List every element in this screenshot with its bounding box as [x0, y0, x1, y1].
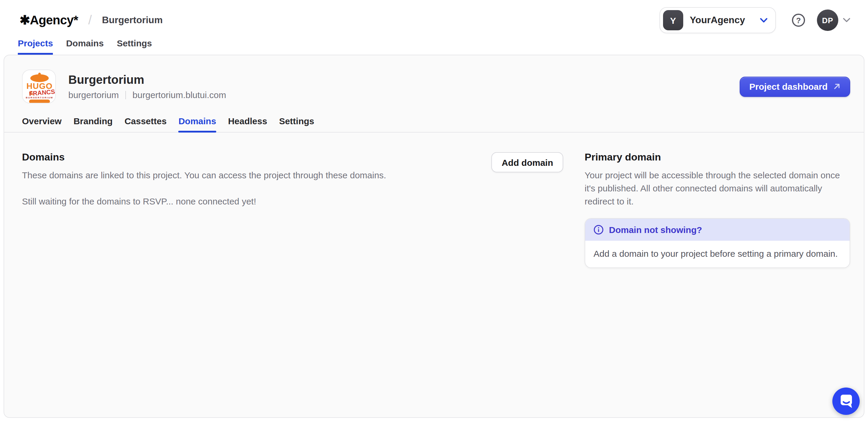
project-tabs: Overview Branding Cassettes Domains Head… — [4, 116, 864, 132]
chevron-down-icon — [760, 18, 768, 23]
help-button[interactable]: ? — [792, 14, 805, 27]
domains-description: These domains are linked to this project… — [22, 169, 420, 182]
project-slug: burgertorium — [68, 90, 119, 100]
project-meta: Burgertorium burgertorium burgertorium.b… — [68, 73, 226, 100]
external-link-icon — [833, 83, 841, 90]
primary-domain-title: Primary domain — [585, 152, 850, 163]
question-mark-icon: ? — [796, 16, 801, 25]
top-bar: ✱Agency* / Burgertorium Y YourAgency ? D… — [0, 0, 868, 55]
svg-text:BURGERTORIUM: BURGERTORIUM — [26, 96, 53, 99]
domains-title: Domains — [22, 152, 492, 163]
app: ✱Agency* / Burgertorium Y YourAgency ? D… — [0, 0, 868, 422]
chat-bubble-icon — [832, 388, 860, 415]
tab-settings[interactable]: Settings — [279, 116, 314, 132]
info-card-title: Domain not showing? — [609, 225, 702, 235]
user-avatar: DP — [817, 9, 838, 31]
primary-domain-description: Your project will be accessible through … — [585, 169, 850, 208]
org-switcher[interactable]: Y YourAgency — [659, 7, 776, 33]
project-dashboard-button[interactable]: Project dashboard — [740, 77, 850, 97]
project-title: Burgertorium — [68, 73, 226, 87]
domains-section: Domains These domains are linked to this… — [22, 152, 492, 208]
domains-empty-message: Still waiting for the domains to RSVP...… — [22, 195, 420, 208]
nav-item-projects[interactable]: Projects — [18, 38, 53, 55]
tab-overview[interactable]: Overview — [22, 116, 61, 132]
primary-domain-section: Primary domain Your project will be acce… — [585, 152, 850, 268]
tab-branding[interactable]: Branding — [73, 116, 113, 132]
agency-logo[interactable]: ✱Agency* — [20, 13, 78, 27]
project-card: HUGO & FRANCS BURGERTORIUM Burgertorium … — [4, 55, 864, 418]
breadcrumb-project: Burgertorium — [102, 15, 162, 26]
org-avatar: Y — [663, 10, 683, 30]
nav-item-settings[interactable]: Settings — [117, 38, 152, 55]
tab-headless[interactable]: Headless — [228, 116, 267, 132]
project-subtitle: burgertorium burgertorium.blutui.com — [68, 90, 226, 100]
main-nav: Projects Domains Settings — [0, 38, 868, 55]
project-logo: HUGO & FRANCS BURGERTORIUM — [22, 69, 56, 103]
project-dashboard-label: Project dashboard — [749, 82, 828, 92]
info-icon — [593, 225, 603, 235]
project-preview-domain[interactable]: burgertorium.blutui.com — [132, 90, 226, 100]
burgertorium-logo-image: HUGO & FRANCS BURGERTORIUM — [23, 70, 56, 103]
tab-domains[interactable]: Domains — [179, 116, 216, 132]
domains-content: Domains These domains are linked to this… — [4, 132, 864, 268]
subtitle-divider — [125, 91, 126, 99]
nav-item-domains[interactable]: Domains — [66, 38, 104, 55]
domain-info-card: Domain not showing? Add a domain to your… — [585, 218, 850, 268]
org-name: YourAgency — [690, 15, 745, 26]
project-header: HUGO & FRANCS BURGERTORIUM Burgertorium … — [4, 55, 864, 103]
info-card-body: Add a domain to your project before sett… — [585, 241, 849, 268]
tab-cassettes[interactable]: Cassettes — [124, 116, 167, 132]
brand-row: ✱Agency* / Burgertorium Y YourAgency ? D… — [0, 0, 868, 33]
chevron-down-icon — [843, 18, 850, 23]
chat-launcher-button[interactable] — [832, 388, 860, 415]
add-domain-button[interactable]: Add domain — [492, 152, 563, 172]
breadcrumb-separator-icon: / — [88, 12, 92, 28]
info-card-header[interactable]: Domain not showing? — [585, 219, 849, 241]
user-menu[interactable]: DP — [817, 9, 850, 31]
